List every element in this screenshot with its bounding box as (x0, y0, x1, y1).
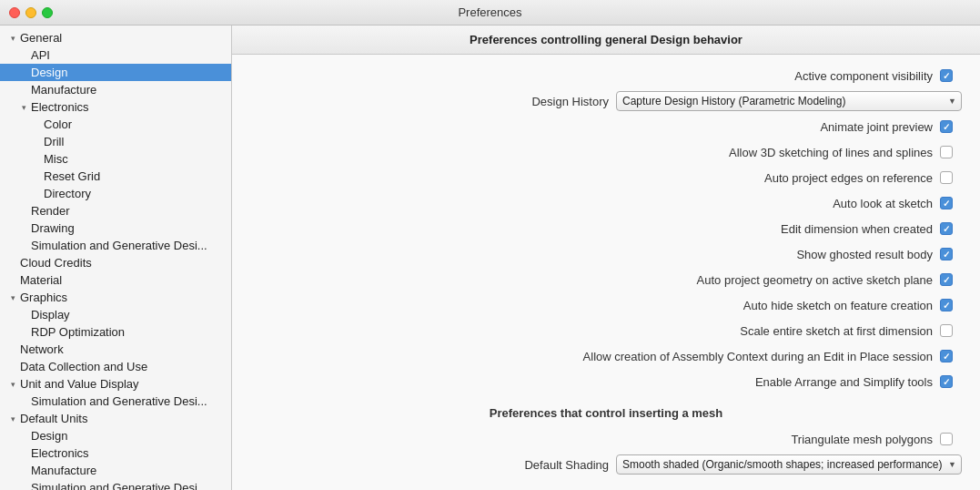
sidebar-item-label: Electronics (31, 100, 89, 114)
traffic-lights (9, 7, 53, 18)
sidebar-item-label: Directory (44, 187, 91, 200)
chevron-icon: ▾ (18, 102, 29, 113)
sidebar-item-label: Design (31, 429, 67, 443)
pref-label-auto-project-edges: Auto project edges on reference (764, 171, 933, 185)
pref-row-allow-3d-sketching: Allow 3D sketching of lines and splines (250, 142, 962, 162)
chevron-icon: ▾ (7, 33, 18, 44)
checkbox-edit-dimension-created[interactable] (940, 222, 953, 235)
pref-label-edit-dimension-created: Edit dimension when created (781, 222, 933, 236)
sidebar-item-rdp-optimization[interactable]: RDP Optimization (0, 323, 231, 341)
sidebar-item-default-units[interactable]: ▾Default Units (0, 410, 231, 427)
checkbox-allow-3d-sketching[interactable] (940, 146, 953, 158)
pref-row-default-shading: Default ShadingSmooth shaded (Organic/sm… (250, 454, 962, 475)
pref-label-auto-hide-sketch: Auto hide sketch on feature creation (743, 299, 933, 312)
sidebar-item-sim-gen3[interactable]: Simulation and Generative Desi... (0, 479, 231, 490)
sidebar-item-electronics[interactable]: ▾Electronics (0, 98, 231, 116)
pref-row-triangulate-mesh: Triangulate mesh polygons (250, 429, 962, 449)
sidebar-item-cloud-credits[interactable]: Cloud Credits (0, 254, 231, 271)
minimize-button[interactable] (25, 7, 36, 18)
sidebar-item-misc[interactable]: Misc (0, 150, 231, 168)
sidebar-item-sim-gen2[interactable]: Simulation and Generative Desi... (0, 393, 231, 410)
sidebar-item-label: Default Units (20, 412, 87, 425)
chevron-icon: ▾ (7, 413, 18, 424)
sidebar-item-design[interactable]: Design (0, 64, 231, 81)
pref-row-allow-assembly-context: Allow creation of Assembly Context durin… (250, 346, 962, 366)
checkbox-auto-hide-sketch[interactable] (940, 299, 953, 311)
sidebar-item-manufacture2[interactable]: Manufacture (0, 462, 231, 479)
maximize-button[interactable] (42, 7, 53, 18)
checkbox-show-ghosted-body[interactable] (940, 248, 953, 260)
pref-row-auto-look-at-sketch: Auto look at sketch (250, 193, 962, 213)
pref-label-allow-3d-sketching: Allow 3D sketching of lines and splines (729, 146, 933, 159)
sidebar-item-label: Network (20, 342, 64, 356)
checkbox-triangulate-mesh[interactable] (940, 433, 953, 445)
sidebar-item-label: General (20, 31, 62, 45)
sidebar-item-label: Design (31, 66, 67, 79)
checkbox-auto-project-geometry[interactable] (940, 273, 953, 286)
pref-label-active-component-visibility: Active component visibility (794, 69, 933, 83)
checkbox-allow-assembly-context[interactable] (940, 350, 953, 362)
sidebar-item-label: Manufacture (31, 464, 96, 477)
chevron-icon: ▾ (7, 292, 18, 303)
sidebar-item-label: Manufacture (31, 83, 96, 97)
pref-row-active-component-visibility: Active component visibility (250, 66, 962, 86)
sidebar-item-display[interactable]: Display (0, 306, 231, 323)
sidebar-item-data-collection[interactable]: Data Collection and Use (0, 358, 231, 375)
pref-label-show-ghosted-body: Show ghosted result body (796, 248, 933, 261)
sidebar-item-design2[interactable]: Design (0, 427, 231, 444)
checkbox-active-component-visibility[interactable] (940, 69, 953, 82)
content-panel: Preferences controlling general Design b… (232, 26, 980, 490)
sidebar-item-label: Color (44, 117, 72, 131)
pref-label-scale-entire-sketch: Scale entire sketch at first dimension (740, 324, 933, 338)
sidebar-item-label: Graphics (20, 291, 67, 304)
checkbox-scale-entire-sketch[interactable] (940, 324, 953, 337)
sidebar-item-label: API (31, 48, 50, 62)
pref-label-auto-project-geometry: Auto project geometry on active sketch p… (697, 273, 933, 287)
select-design-history[interactable]: Capture Design History (Parametric Model… (616, 91, 962, 111)
sidebar-item-graphics[interactable]: ▾Graphics (0, 289, 231, 306)
mesh-section-header: Preferences that control inserting a mes… (250, 406, 962, 420)
sidebar-item-label: Reset Grid (44, 169, 100, 183)
sidebar-item-network[interactable]: Network (0, 341, 231, 358)
pref-label-design-history: Design History (531, 95, 609, 108)
window-title: Preferences (458, 5, 521, 19)
chevron-icon: ▾ (7, 379, 18, 390)
pref-row-design-history: Design HistoryCapture Design History (Pa… (250, 91, 962, 111)
checkbox-auto-project-edges[interactable] (940, 171, 953, 184)
sidebar-item-label: Simulation and Generative Desi... (31, 394, 207, 408)
checkbox-auto-look-at-sketch[interactable] (940, 197, 953, 209)
sidebar-item-unit-value-display[interactable]: ▾Unit and Value Display (0, 375, 231, 393)
sidebar-item-render[interactable]: Render (0, 202, 231, 219)
title-bar: Preferences (0, 0, 980, 26)
pref-row-auto-hide-sketch: Auto hide sketch on feature creation (250, 295, 962, 315)
sidebar-item-label: Render (31, 204, 70, 218)
close-button[interactable] (9, 7, 20, 18)
sidebar-item-label: RDP Optimization (31, 325, 125, 339)
sidebar-item-simulation-gen[interactable]: Simulation and Generative Desi... (0, 237, 231, 254)
pref-label-triangulate-mesh: Triangulate mesh polygons (791, 433, 933, 446)
sidebar-item-label: Data Collection and Use (20, 360, 147, 373)
sidebar-item-drawing[interactable]: Drawing (0, 219, 231, 237)
sidebar-item-manufacture[interactable]: Manufacture (0, 81, 231, 98)
sidebar-item-label: Misc (44, 152, 68, 166)
sidebar-item-label: Simulation and Generative Desi... (31, 239, 207, 252)
sidebar-item-label: Electronics (31, 446, 89, 460)
sidebar-item-reset-grid[interactable]: Reset Grid (0, 168, 231, 185)
sidebar-item-general[interactable]: ▾General (0, 29, 231, 46)
sidebar-item-color[interactable]: Color (0, 116, 231, 133)
sidebar-item-api[interactable]: API (0, 46, 231, 64)
pref-row-auto-project-geometry: Auto project geometry on active sketch p… (250, 270, 962, 290)
sidebar-item-electronics2[interactable]: Electronics (0, 444, 231, 462)
select-default-shading[interactable]: Smooth shaded (Organic/smooth shapes; in… (616, 454, 962, 475)
sidebar-item-directory[interactable]: Directory (0, 185, 231, 202)
sidebar-item-label: Simulation and Generative Desi... (31, 481, 207, 490)
sidebar-item-drill[interactable]: Drill (0, 133, 231, 150)
checkbox-enable-arrange-simplify[interactable] (940, 375, 953, 388)
checkbox-animate-joint-preview[interactable] (940, 120, 953, 133)
pref-row-show-ghosted-body: Show ghosted result body (250, 244, 962, 264)
sidebar-item-label: Material (20, 273, 62, 287)
pref-label-auto-look-at-sketch: Auto look at sketch (833, 197, 933, 210)
pref-row-auto-project-edges: Auto project edges on reference (250, 168, 962, 188)
pref-label-enable-arrange-simplify: Enable Arrange and Simplify tools (755, 375, 933, 389)
sidebar-item-material[interactable]: Material (0, 271, 231, 289)
